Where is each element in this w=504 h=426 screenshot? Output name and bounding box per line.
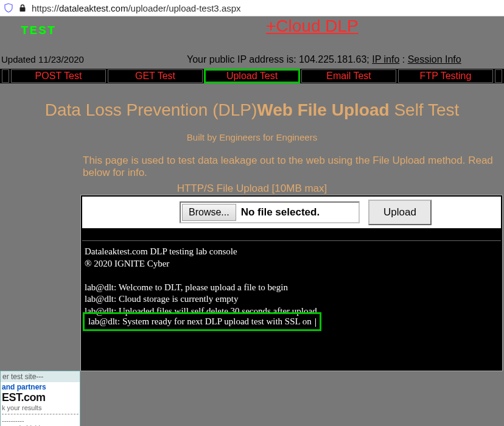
console-line: ® 2020 IGNITE Cyber bbox=[85, 258, 500, 270]
console-prompt: lab@dlt: bbox=[85, 282, 116, 292]
upload-label: HTTP/S File Upload [10MB max] bbox=[0, 183, 504, 195]
partner-subhead: and partners bbox=[2, 383, 79, 391]
title-part2: Web File Upload bbox=[257, 100, 389, 119]
nav-email-test[interactable]: Email Test bbox=[301, 69, 396, 83]
partner-logo-tld: .com bbox=[21, 391, 46, 403]
subtitle: Built by Engineers for Engineers bbox=[0, 132, 504, 142]
console-msg: System ready for next DLP upload test wi… bbox=[120, 316, 313, 326]
cursor-icon bbox=[315, 318, 316, 327]
file-input[interactable]: Browse... No file selected. bbox=[180, 201, 360, 223]
nav-upload-test[interactable]: Upload Test bbox=[205, 69, 299, 83]
browse-button[interactable]: Browse... bbox=[182, 204, 236, 221]
url-scheme: https:// bbox=[32, 3, 59, 13]
file-status: No file selected. bbox=[241, 206, 320, 218]
partner-header: er test site--- bbox=[1, 371, 80, 382]
session-info-link[interactable]: Session Info bbox=[408, 54, 461, 65]
nav-ftp-testing[interactable]: FTP Testing bbox=[398, 69, 493, 83]
partner-widget: er test site--- and partners EST.com k y… bbox=[0, 371, 80, 426]
url-host: dataleaktest.com bbox=[59, 3, 128, 13]
page-header: TEST +Cloud DLP bbox=[0, 16, 504, 54]
cloud-dlp-link[interactable]: +Cloud DLP bbox=[266, 16, 359, 36]
page-body: TEST +Cloud DLP Updated 11/23/2020 Your … bbox=[0, 16, 504, 426]
console-prompt: lab@dlt: bbox=[85, 294, 116, 304]
console-prompt: lab@dlt: bbox=[88, 316, 120, 326]
title-part3: Self Test bbox=[390, 100, 460, 119]
info-row: Updated 11/23/2020 Your public IP addres… bbox=[0, 54, 504, 69]
svg-rect-0 bbox=[20, 7, 26, 12]
console-line bbox=[85, 270, 500, 282]
ip-value: 104.225.181.63 bbox=[299, 54, 366, 65]
console-msg: Welcome to DLT, please upload a file to … bbox=[116, 282, 288, 292]
updated-text: Updated 11/23/2020 bbox=[1, 54, 84, 65]
site-logo: TEST bbox=[21, 24, 56, 38]
upload-controls: Browse... No file selected. Upload bbox=[82, 197, 501, 228]
page-title: Data Loss Prevention (DLP)Web File Uploa… bbox=[0, 100, 504, 120]
console-status-highlight: lab@dlt: System ready for next DLP uploa… bbox=[83, 312, 321, 331]
browser-url-bar: https://dataleaktest.com/uploader/upload… bbox=[0, 0, 504, 16]
lock-icon bbox=[18, 4, 27, 12]
partner-logo-text: EST bbox=[2, 391, 21, 403]
title-part1: Data Loss Prevention (DLP) bbox=[45, 100, 257, 119]
console-line: lab@dlt: Welcome to DLT, please upload a… bbox=[85, 282, 500, 294]
partner-dash: ---------- bbox=[2, 417, 79, 424]
partner-logo[interactable]: EST.com bbox=[2, 391, 79, 404]
main-content: Data Loss Prevention (DLP)Web File Uploa… bbox=[0, 83, 504, 371]
url-path: /uploader/upload-test3.aspx bbox=[128, 3, 240, 13]
ip-line: Your public IP address is: 104.225.181.6… bbox=[187, 54, 461, 65]
ip-prefix: Your public IP address is: bbox=[187, 54, 299, 65]
console-output: Dataleaktest.com DLP testing lab console… bbox=[81, 241, 502, 317]
divider bbox=[2, 414, 79, 414]
main-nav: POST Test GET Test Upload Test Email Tes… bbox=[0, 69, 504, 83]
description: This page is used to test data leakage o… bbox=[83, 155, 504, 179]
console-line: lab@dlt: Cloud storage is currently empt… bbox=[85, 293, 500, 306]
nav-scroll-right[interactable] bbox=[495, 69, 502, 83]
partner-tagline: k your results bbox=[2, 404, 79, 411]
shield-icon[interactable] bbox=[4, 3, 13, 13]
url-text[interactable]: https://dataleaktest.com/uploader/upload… bbox=[32, 3, 241, 13]
nav-post-test[interactable]: POST Test bbox=[11, 69, 106, 83]
nav-scroll-left[interactable] bbox=[2, 69, 9, 83]
upload-panel: Browse... No file selected. Upload Datal… bbox=[80, 195, 503, 371]
nav-get-test[interactable]: GET Test bbox=[108, 69, 203, 83]
console-msg: Cloud storage is currently empty bbox=[116, 294, 238, 304]
upload-button[interactable]: Upload bbox=[368, 200, 432, 225]
console-line: Dataleaktest.com DLP testing lab console bbox=[85, 246, 500, 258]
ip-info-link[interactable]: IP info bbox=[372, 54, 399, 65]
